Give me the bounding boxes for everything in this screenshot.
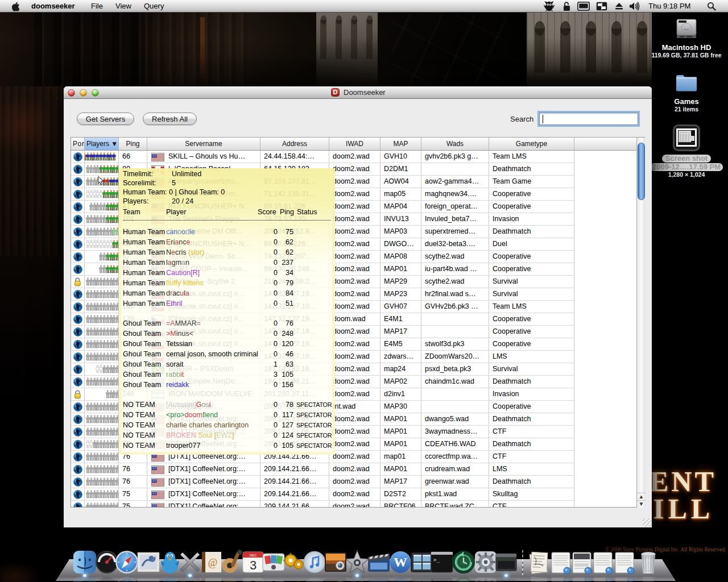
iwad-cell: tnt.wad (329, 401, 380, 413)
ping-cell: 75 (119, 488, 147, 500)
dock-window-3[interactable] (592, 549, 614, 575)
map-cell: D2ST2 (380, 488, 421, 500)
table-header[interactable]: PortPlayers ▼PingServernameAddressIWADMA… (71, 138, 645, 151)
tooltip-info-value: 20 / 24 (172, 197, 193, 205)
wads-cell: scythe2.wad (421, 251, 489, 263)
map-cell: D2DM1 (380, 163, 421, 175)
unlock-icon[interactable] (562, 1, 571, 13)
zoom-button[interactable] (92, 89, 99, 97)
menu-view[interactable]: View (115, 0, 131, 13)
column-header-servername[interactable]: Servername (147, 138, 260, 150)
tooltip-player-ping: 105 (119, 371, 293, 379)
text-caret (543, 115, 543, 123)
menu-app-name[interactable]: doomseeker (31, 0, 75, 13)
refresh-all-button[interactable]: Refresh All (143, 113, 197, 125)
close-button[interactable] (68, 89, 75, 97)
column-header-port[interactable]: Port (71, 138, 85, 150)
apple-menu-icon[interactable] (11, 2, 20, 13)
volume-icon[interactable] (629, 2, 640, 13)
server-row[interactable]: 66SKILL – Ghouls vs Hu…24.44.158.44:…doo… (71, 151, 574, 163)
tooltip-player-status: SPECTATOR (296, 401, 332, 409)
get-servers-button[interactable]: Get Servers (77, 113, 134, 125)
players-cell (85, 276, 119, 288)
column-header-iwad[interactable]: IWAD (329, 138, 380, 150)
title-bar[interactable]: D Doomseeker (64, 86, 652, 99)
map-cell: MAP01 (380, 463, 421, 475)
column-header-wads[interactable]: Wads (421, 138, 489, 150)
column-header-players[interactable]: Players ▼ (85, 138, 119, 150)
ping-cell: 66 (119, 151, 147, 163)
eject-icon[interactable] (614, 2, 624, 12)
skulltag-engine-icon (71, 201, 85, 213)
dock-doomseeker-app[interactable] (493, 549, 519, 575)
gametype-cell: Deathmatch (489, 476, 574, 488)
dock-window-2[interactable] (571, 549, 593, 575)
display-icon[interactable] (577, 2, 590, 13)
players-cell (85, 388, 119, 400)
svg-text:W: W (394, 555, 407, 569)
creature-icon[interactable] (544, 1, 555, 13)
map-cell: INVU13 (380, 213, 421, 225)
address-cell: 209.144.21.66… (260, 476, 329, 488)
menu-file[interactable]: File (91, 0, 103, 13)
iwad-cell: doom2.wad (329, 276, 380, 288)
servername-cell: [DTX1] CoffeeNet.org:… (147, 463, 260, 475)
wads-cell: psxd_beta.pk3 (421, 363, 489, 375)
map-cell: MAP29 (380, 276, 421, 288)
desktop-icon-screen-shot[interactable]: Screen shot2009-12….17.59 PM1,280 × 1,02… (650, 124, 723, 178)
server-row[interactable]: 75[DTX1] CoffeeNet.org:…209.144.21.66…do… (71, 488, 574, 501)
players-cell (85, 351, 119, 363)
column-header-ping[interactable]: Ping (119, 138, 147, 150)
window-panes-icon[interactable] (596, 2, 607, 13)
column-header-map[interactable]: MAP (380, 138, 421, 150)
players-cell (85, 451, 119, 463)
scrollbar-thumb[interactable] (638, 143, 645, 200)
column-header-address[interactable]: Address (260, 138, 329, 150)
iwad-cell: doom2.wad (329, 251, 380, 263)
wads-cell: pkst1.wad (421, 488, 489, 500)
skulltag-engine-icon (71, 151, 85, 163)
map-cell: MAP01 (380, 413, 421, 425)
gametype-cell: Cooperative (489, 201, 574, 213)
map-cell: MAP02 (380, 376, 421, 388)
tooltip-player-ping: 117 (119, 411, 293, 419)
scroll-up-button[interactable]: ▲ (637, 493, 646, 500)
dock-trash[interactable] (637, 549, 660, 575)
players-cell (85, 263, 119, 275)
search-input[interactable] (539, 113, 638, 125)
scroll-down-button[interactable]: ▼ (637, 500, 646, 508)
desktop-icon-games[interactable]: Games21 items (650, 72, 723, 113)
players-cell (85, 238, 119, 250)
wads-cell: maghqnew34.… (421, 188, 489, 200)
dock-stack-documents[interactable] (526, 549, 552, 575)
server-row[interactable]: 76[DTX1] CoffeeNet.org:…209.144.21.66…do… (71, 476, 574, 488)
wads-cell: greenwar.wad (421, 476, 489, 488)
minimize-button[interactable] (80, 89, 87, 97)
server-row[interactable]: 75[DTX1] CoffeeNet.org:209.144.21.66doom… (71, 501, 574, 507)
server-row[interactable]: 76[DTX1] CoffeeNet.org:…209.144.21.66…do… (71, 463, 574, 476)
column-header-gametype[interactable]: Gametype (489, 138, 574, 150)
iwad-cell: doom2.wad (329, 501, 380, 507)
map-cell: MAP03 (380, 226, 421, 238)
gametype-cell: Deathmatch (489, 226, 574, 238)
dock-window-4[interactable] (614, 549, 635, 575)
spotlight-icon[interactable] (707, 2, 716, 13)
dock-running-indicator (188, 574, 192, 577)
wads-cell: dwango5.wad (421, 413, 489, 425)
desktop-icon-macintosh-hd[interactable]: Macintosh HD119.69 GB, 37.81 GB free (650, 17, 723, 59)
skulltag-engine-icon (71, 351, 85, 363)
tooltip-player-ping: 46 (119, 350, 293, 358)
wads-cell: gvhv2b6.pk3 g… (421, 151, 489, 163)
gametype-cell: Cooperative (489, 326, 574, 338)
wads-cell (421, 388, 489, 400)
resize-grip[interactable] (643, 518, 651, 527)
menu-query[interactable]: Query (144, 0, 164, 13)
dock-window-1[interactable] (550, 549, 572, 575)
tooltip-player-status: SPECTATOR (296, 421, 332, 430)
skulltag-engine-icon (71, 488, 85, 500)
dock-running-indicator (504, 574, 508, 577)
vertical-scrollbar[interactable]: ▲ ▼ (636, 138, 645, 508)
menu-clock[interactable]: Thu 9:18 PM (648, 0, 690, 13)
tooltip-divider (123, 220, 331, 221)
map-cell: BRCTF06 (380, 501, 421, 507)
